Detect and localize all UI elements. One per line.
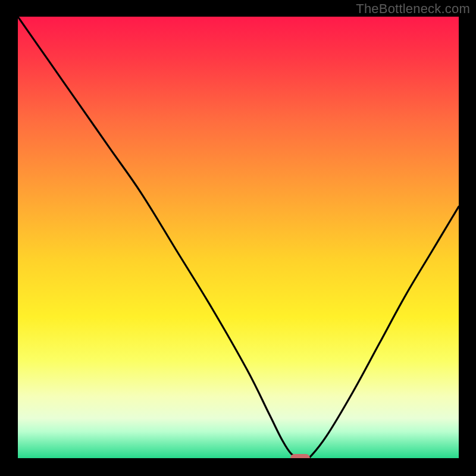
watermark-text: TheBottleneck.com [356,1,470,17]
plot-area [18,17,459,458]
optimal-marker [290,454,310,458]
chart-frame: TheBottleneck.com [0,0,476,476]
bottleneck-curve [18,17,459,458]
